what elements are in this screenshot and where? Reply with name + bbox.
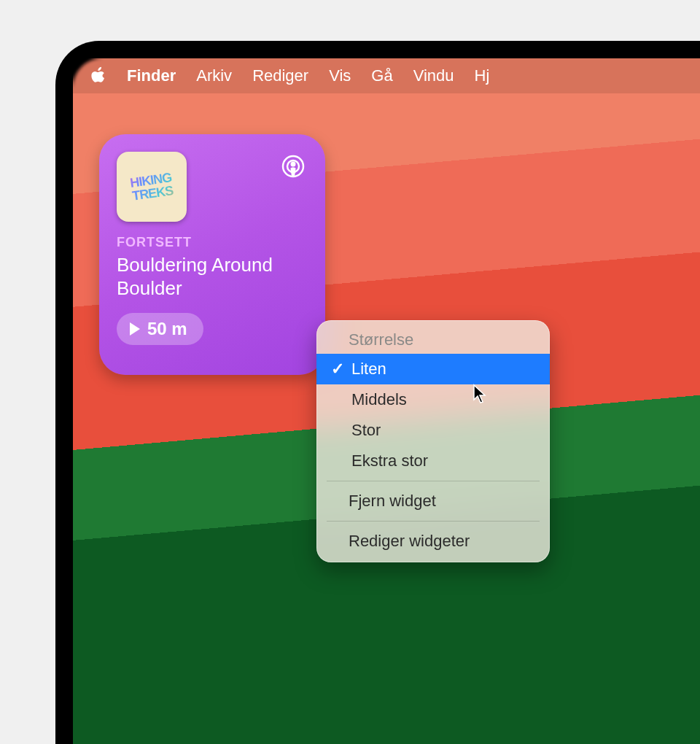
menubar-app-name[interactable]: Finder <box>127 66 176 85</box>
size-option-label: Middels <box>351 390 407 409</box>
size-option-stor[interactable]: ✓ Stor <box>316 415 550 446</box>
menubar-item-vis[interactable]: Vis <box>329 66 351 85</box>
menubar-item-vindu[interactable]: Vindu <box>413 66 454 85</box>
remove-widget-label: Fjern widget <box>349 492 436 511</box>
size-option-label: Ekstra stor <box>351 452 428 470</box>
play-icon <box>130 322 140 336</box>
size-option-ekstra-stor[interactable]: ✓ Ekstra stor <box>316 446 550 476</box>
widget-subtitle: FORTSETT <box>117 235 308 250</box>
size-option-liten[interactable]: ✓ Liten <box>316 354 550 384</box>
artwork-label: HIKING TREKS <box>117 168 187 204</box>
checkmark-icon: ✓ <box>330 360 346 379</box>
edit-widgets-label: Rediger widgeter <box>349 532 470 551</box>
menubar: Finder Arkiv Rediger Vis Gå Vindu Hj <box>73 58 700 93</box>
podcasts-icon <box>279 152 308 181</box>
podcast-artwork: HIKING TREKS <box>117 152 187 222</box>
widget-context-menu: Størrelse ✓ Liten ✓ Middels ✓ Stor ✓ Eks… <box>316 320 550 562</box>
menu-divider <box>327 521 540 522</box>
menubar-item-hjelp[interactable]: Hj <box>475 66 490 85</box>
podcast-widget[interactable]: HIKING TREKS FORTSETT Bouldering Around … <box>99 134 325 375</box>
size-option-middels[interactable]: ✓ Middels <box>316 384 550 415</box>
size-option-label: Liten <box>351 360 386 379</box>
edit-widgets-item[interactable]: Rediger widgeter <box>316 526 550 557</box>
size-option-label: Stor <box>351 421 381 440</box>
apple-logo-icon[interactable] <box>90 66 106 85</box>
menubar-item-arkiv[interactable]: Arkiv <box>196 66 232 85</box>
widget-title: Bouldering Around Boulder <box>117 253 308 300</box>
duration-label: 50 m <box>147 319 187 339</box>
menubar-item-ga[interactable]: Gå <box>371 66 392 85</box>
menubar-item-rediger[interactable]: Rediger <box>252 66 308 85</box>
menu-divider <box>327 481 540 481</box>
context-menu-header: Størrelse <box>316 326 550 354</box>
play-button[interactable]: 50 m <box>117 313 203 345</box>
remove-widget-item[interactable]: Fjern widget <box>316 486 550 516</box>
desktop: Finder Arkiv Rediger Vis Gå Vindu Hj HIK… <box>73 58 700 744</box>
svg-point-2 <box>291 162 296 167</box>
device-frame: Finder Arkiv Rediger Vis Gå Vindu Hj HIK… <box>55 41 700 744</box>
